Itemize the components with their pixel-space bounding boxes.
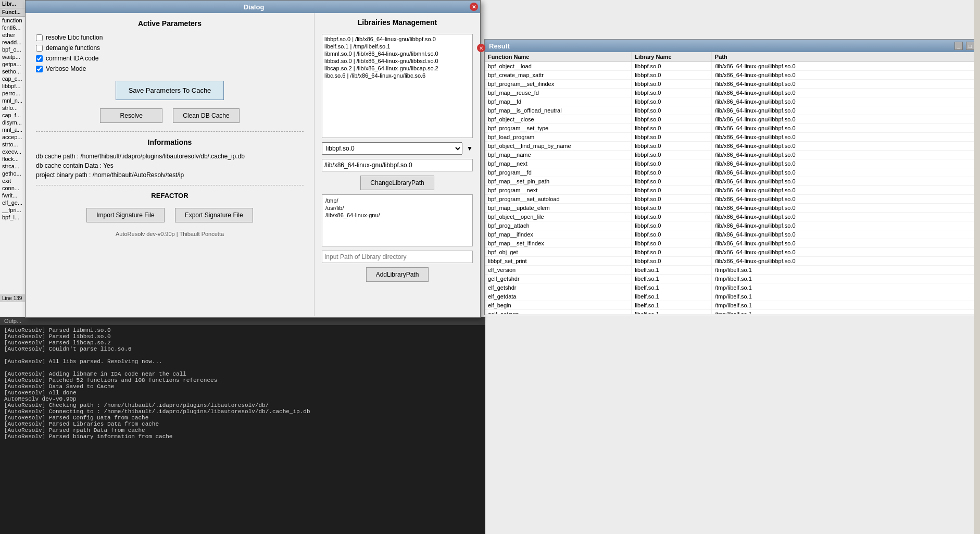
- table-row[interactable]: bpf_program__set_autoloadlibbpf.so.0/lib…: [485, 195, 978, 204]
- table-row[interactable]: bpf_object__find_map_by_namelibbpf.so.0/…: [485, 142, 978, 151]
- table-cell: elf_version: [485, 266, 632, 275]
- table-row[interactable]: bpf_map__nextlibbpf.so.0/lib/x86_64-linu…: [485, 159, 978, 168]
- comment-ida-checkbox[interactable]: [36, 55, 43, 62]
- table-row[interactable]: bpf_program__set_ifindexlibbpf.so.0/lib/…: [485, 80, 978, 89]
- table-row[interactable]: bpf_map__set_pin_pathlibbpf.so.0/lib/x86…: [485, 177, 978, 186]
- save-params-button[interactable]: Save Parameters To Cache: [116, 81, 224, 100]
- table-cell: /tmp/libelf.so.1: [711, 310, 978, 314]
- table-row[interactable]: bpf_map__namelibbpf.so.0/lib/x86_64-linu…: [485, 151, 978, 159]
- table-cell: /lib/x86_64-linux-gnu/libbpf.so.0: [711, 124, 978, 133]
- table-row[interactable]: bpf_program__fdlibbpf.so.0/lib/x86_64-li…: [485, 168, 978, 177]
- dialog-right-close[interactable]: ✕: [477, 44, 485, 52]
- add-library-path-button[interactable]: AddLibraryPath: [366, 267, 429, 282]
- left-panel-item[interactable]: strlo...: [0, 104, 28, 111]
- checkbox-verbose[interactable]: Verbose Mode: [36, 65, 304, 72]
- table-row[interactable]: bpf_map__reuse_fdlibbpf.so.0/lib/x86_64-…: [485, 89, 978, 97]
- lib-list-item[interactable]: libc.so.6 | /lib/x86_64-linux-gnu/libc.s…: [323, 72, 471, 79]
- output-line: [AutoResolv] Parsed libmnl.so.0: [4, 327, 481, 333]
- result-minimize-button[interactable]: _: [954, 42, 963, 50]
- left-panel-item[interactable]: flock...: [0, 155, 28, 163]
- left-panel-item[interactable]: readd...: [0, 39, 28, 46]
- left-panel-item[interactable]: bpf_l...: [0, 214, 28, 221]
- checkbox-comment-ida[interactable]: comment IDA code: [36, 55, 304, 62]
- table-row[interactable]: elf_versionlibelf.so.1/tmp/libelf.so.1: [485, 266, 978, 275]
- table-row[interactable]: bpf_object__closelibbpf.so.0/lib/x86_64-…: [485, 115, 978, 124]
- left-panel-item[interactable]: __fpri...: [0, 206, 28, 214]
- table-row[interactable]: bpf_map__fdlibbpf.so.0/lib/x86_64-linux-…: [485, 97, 978, 106]
- resolve-button[interactable]: Resolve: [100, 108, 162, 123]
- left-panel-item[interactable]: waitp...: [0, 53, 28, 60]
- left-panel-item[interactable]: function: [0, 17, 28, 24]
- left-panel-item[interactable]: ether: [0, 31, 28, 39]
- table-row[interactable]: bpf_map__update_elemlibbpf.so.0/lib/x86_…: [485, 204, 978, 213]
- export-sig-button[interactable]: Export Signature File: [175, 208, 253, 222]
- lib-path-input[interactable]: [322, 159, 473, 171]
- left-panel-item[interactable]: mnl_n...: [0, 97, 28, 104]
- left-panel-item[interactable]: exit: [0, 177, 28, 184]
- output-line: [AutoResolv] Data Saved to Cache: [4, 383, 481, 390]
- left-panel-item[interactable]: accep...: [0, 133, 28, 141]
- left-panel-item[interactable]: getho...: [0, 170, 28, 177]
- left-panel-item[interactable]: execv...: [0, 148, 28, 155]
- table-row[interactable]: bpf_object__loadlibbpf.so.0/lib/x86_64-l…: [485, 62, 978, 71]
- left-panel-item[interactable]: mnl_a...: [0, 126, 28, 133]
- result-maximize-button[interactable]: □: [966, 42, 974, 50]
- add-path-input[interactable]: [322, 251, 473, 263]
- right-side-scrollbar[interactable]: [974, 0, 980, 534]
- clean-db-button[interactable]: Clean DB Cache: [173, 108, 239, 123]
- import-sig-button[interactable]: Import Signature File: [86, 208, 164, 222]
- table-row[interactable]: bpf_prog_attachlibbpf.so.0/lib/x86_64-li…: [485, 221, 978, 230]
- table-row[interactable]: bpf_map__is_offload_neutrallibbpf.so.0/l…: [485, 106, 978, 115]
- result-table: Function Name Library Name Path bpf_obje…: [485, 52, 978, 314]
- left-panel-item[interactable]: strto...: [0, 141, 28, 148]
- lib-list-item[interactable]: libcap.so.2 | /lib/x86_64-linux-gnu/libc…: [323, 65, 471, 72]
- footer-text: AutoResolv dev-v0.90p | Thibault Poncett…: [36, 231, 304, 237]
- resolve-libc-checkbox[interactable]: [36, 34, 43, 41]
- table-row[interactable]: bpf_program__nextlibbpf.so.0/lib/x86_64-…: [485, 186, 978, 195]
- table-row[interactable]: bpf_object__open_filelibbpf.so.0/lib/x86…: [485, 213, 978, 221]
- left-panel-item[interactable]: fcntl6...: [0, 24, 28, 31]
- left-panel-item[interactable]: bpf_o...: [0, 46, 28, 53]
- left-panel-item[interactable]: dlsym...: [0, 119, 28, 126]
- left-panel-item[interactable]: elf_ge...: [0, 199, 28, 206]
- lib-list-item[interactable]: libbpf.so.0 | /lib/x86_64-linux-gnu/libb…: [323, 35, 471, 43]
- left-panel-item[interactable]: perro...: [0, 90, 28, 97]
- table-row[interactable]: bpf_map__ifindexlibbpf.so.0/lib/x86_64-l…: [485, 230, 978, 239]
- left-panel-item[interactable]: libbpf...: [0, 82, 28, 90]
- table-cell: bpf_map__is_offload_neutral: [485, 106, 632, 115]
- table-cell: /lib/x86_64-linux-gnu/libbpf.so.0: [711, 177, 978, 186]
- result-scroll-area[interactable]: Function Name Library Name Path bpf_obje…: [485, 52, 978, 314]
- lib-list-item[interactable]: libmnl.so.0 | /lib/x86_64-linux-gnu/libm…: [323, 50, 471, 57]
- table-row[interactable]: elf_beginlibelf.so.1/tmp/libelf.so.1: [485, 301, 978, 310]
- left-panel-item[interactable]: getpa...: [0, 60, 28, 68]
- table-row[interactable]: bpf_map__set_ifindexlibbpf.so.0/lib/x86_…: [485, 239, 978, 248]
- table-row[interactable]: elf_getshdrlibelf.so.1/tmp/libelf.so.1: [485, 283, 978, 292]
- left-panel-item[interactable]: strca...: [0, 163, 28, 170]
- table-cell: /lib/x86_64-linux-gnu/libbpf.so.0: [711, 106, 978, 115]
- left-panel-item[interactable]: cap_f...: [0, 111, 28, 119]
- table-row[interactable]: gelf_getsymlibelf.so.1/tmp/libelf.so.1: [485, 310, 978, 314]
- table-row[interactable]: bpf_create_map_xattrlibbpf.so.0/lib/x86_…: [485, 71, 978, 80]
- checkbox-resolve-libc[interactable]: resolve Libc function: [36, 34, 304, 41]
- lib-select[interactable]: libbpf.so.0 libelf.so.1 libmnl.so.0 libb…: [322, 142, 462, 155]
- table-cell: libbpf.so.0: [632, 115, 712, 124]
- info-db-path-label: db cache path :: [36, 153, 79, 160]
- checkbox-demangle[interactable]: demangle functions: [36, 44, 304, 52]
- table-row[interactable]: bpf_obj_getlibbpf.so.0/lib/x86_64-linux-…: [485, 248, 978, 257]
- left-panel-item[interactable]: conn...: [0, 184, 28, 192]
- lib-list-item[interactable]: libbsd.so.0 | /lib/x86_64-linux-gnu/libb…: [323, 57, 471, 65]
- table-cell: libbpf.so.0: [632, 142, 712, 151]
- demangle-checkbox[interactable]: [36, 45, 43, 52]
- change-library-path-button[interactable]: ChangeLibraryPath: [360, 176, 434, 190]
- table-row[interactable]: bpf_program__set_typelibbpf.so.0/lib/x86…: [485, 124, 978, 133]
- table-row[interactable]: elf_getdatalibelf.so.1/tmp/libelf.so.1: [485, 292, 978, 301]
- table-row[interactable]: bpf_load_programlibbpf.so.0/lib/x86_64-l…: [485, 133, 978, 142]
- table-row[interactable]: libbpf_set_printlibbpf.so.0/lib/x86_64-l…: [485, 257, 978, 266]
- left-panel-item[interactable]: cap_c...: [0, 75, 28, 82]
- table-row[interactable]: gelf_getshdrlibelf.so.1/tmp/libelf.so.1: [485, 275, 978, 283]
- left-panel-item[interactable]: fwrit...: [0, 192, 28, 199]
- dialog-close-button[interactable]: ✕: [470, 3, 478, 11]
- left-panel-item[interactable]: setho...: [0, 68, 28, 75]
- verbose-checkbox[interactable]: [36, 66, 43, 72]
- lib-list-item[interactable]: libelf.so.1 | /tmp/libelf.so.1: [323, 43, 471, 50]
